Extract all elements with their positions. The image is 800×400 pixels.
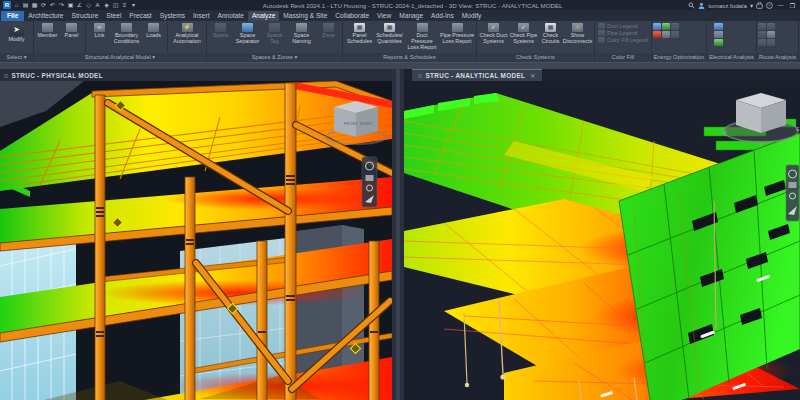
electrical-demand-icon[interactable] (714, 31, 723, 38)
space-separator-button[interactable]: Space Separator (233, 22, 262, 45)
close-view-icon[interactable]: ✕ (530, 72, 535, 79)
open-icon[interactable]: ▤ (22, 1, 29, 9)
panel-label-spaces-zones[interactable]: Spaces & Zones ▾ (207, 53, 342, 62)
tab-architecture[interactable]: Architecture (24, 11, 67, 21)
tab-insert[interactable]: Insert (189, 11, 214, 21)
link-button[interactable]: ∞ Link (88, 22, 111, 39)
space-tag-button[interactable]: Space Tag (263, 22, 286, 45)
print-icon[interactable]: ▣ (67, 1, 74, 9)
account-caret-icon[interactable]: ▾ (750, 2, 753, 9)
energy-model-icon[interactable] (662, 23, 670, 30)
home-view-icon[interactable]: ⌂ (4, 72, 9, 79)
tag-icon[interactable]: ◇ (85, 1, 92, 9)
analytical-model-tab[interactable]: ⌂ STRUC - ANALYTICAL MODEL ✕ (412, 69, 542, 82)
undo-icon[interactable]: ↶ (49, 1, 56, 9)
space-naming-button[interactable]: Space Naming (287, 22, 316, 45)
avatar-icon[interactable] (698, 2, 705, 9)
energy-settings-icon[interactable] (653, 23, 661, 30)
tab-add-ins[interactable]: Add-Ins (427, 11, 458, 21)
home-view-icon[interactable]: ⌂ (418, 72, 423, 79)
zone-button[interactable]: Zone (317, 22, 340, 39)
pan-icon[interactable] (789, 182, 797, 188)
navigation-bar-left[interactable] (362, 157, 377, 207)
analytical-model-header: ⌂ STRUC - ANALYTICAL MODEL ✕ (404, 69, 800, 81)
electrical-load-icon[interactable] (714, 23, 723, 30)
measure-icon[interactable]: ∠ (76, 1, 83, 9)
check-circuits-button[interactable]: ▦ Check Circuits (539, 22, 562, 45)
route-multi-icon[interactable] (758, 39, 766, 46)
modify-button[interactable]: ➤ Modify (2, 22, 31, 43)
viewport-divider[interactable] (392, 69, 404, 400)
space-button[interactable]: Space (209, 22, 232, 39)
search-icon[interactable] (688, 2, 695, 9)
member-icon (42, 23, 53, 32)
tab-modify[interactable]: Modify (458, 11, 485, 21)
pan-icon[interactable] (366, 175, 374, 181)
restore-button[interactable]: ❐ (788, 2, 797, 9)
loads-button[interactable]: Loads (142, 22, 165, 39)
panel-label-energy-optimization[interactable]: Energy Optimization (652, 53, 706, 62)
show-disconnects-button[interactable]: ⚠ Show Disconnects (563, 22, 592, 45)
check-pipe-systems-button[interactable]: ✓ Check Pipe Systems (509, 22, 538, 45)
tab-systems[interactable]: Systems (156, 11, 189, 21)
analytical-automation-button[interactable]: ⚡ Analytical Automation (170, 22, 204, 45)
physical-model-header[interactable]: ⌂ STRUC - PHYSICAL MODEL (0, 69, 392, 81)
sync-with-central-icon[interactable]: ⟳ (40, 1, 47, 9)
panel-label-color-fill[interactable]: Color Fill (595, 53, 651, 62)
customize-qat-icon[interactable]: ▾ (130, 1, 137, 9)
panel-label-check-systems[interactable]: Check Systems (477, 53, 594, 62)
energy-report-icon[interactable] (662, 31, 670, 38)
ribbon-bottom-strip (0, 62, 800, 69)
tab-file[interactable]: File (1, 11, 24, 21)
tab-manage[interactable]: Manage (395, 11, 427, 21)
energy-extra-icon[interactable] (671, 31, 679, 38)
tab-analyze[interactable]: Analyze (248, 11, 279, 21)
boundary-conditions-button[interactable]: Boundary Conditions (112, 22, 141, 45)
help-icon[interactable]: ? (766, 2, 773, 9)
tab-structure[interactable]: Structure (68, 11, 103, 21)
energy-tool-icon[interactable] (671, 23, 679, 30)
account-username[interactable]: tomasz.fudala (708, 2, 747, 9)
tab-view[interactable]: View (373, 11, 395, 21)
color-fill-legend-button[interactable]: Color Fill Legend (598, 37, 648, 43)
minimize-button[interactable]: — (776, 2, 785, 8)
pipe-legend-button[interactable]: Pipe Legend (598, 30, 648, 36)
panel-label-select[interactable]: Select ▾ (0, 53, 33, 62)
store-icon[interactable] (756, 2, 763, 9)
route-update-icon[interactable] (767, 23, 775, 30)
schedules-quantities-button[interactable]: ▦ Schedules/ Quantities (375, 22, 404, 45)
thin-lines-icon[interactable]: ≡ (121, 1, 128, 9)
section-icon[interactable]: ◫ (112, 1, 119, 9)
panel-label-route-analysis[interactable]: Route Analysis (757, 53, 798, 62)
tab-annotate[interactable]: Annotate (213, 11, 247, 21)
tab-precast[interactable]: Precast (125, 11, 155, 21)
route-grid-icon[interactable] (767, 39, 775, 46)
redo-icon[interactable]: ↷ (58, 1, 65, 9)
home-icon[interactable]: ⌂ (13, 1, 20, 9)
energy-analysis-icon[interactable] (653, 31, 661, 38)
member-button[interactable]: Member (36, 22, 59, 39)
path-of-travel-icon[interactable] (758, 23, 766, 30)
electrical-report-icon[interactable] (714, 39, 723, 46)
default-3d-view-icon[interactable]: ◈ (103, 1, 110, 9)
duct-pressure-loss-report-button[interactable]: Duct Pressure Loss Report (405, 22, 439, 50)
check-duct-systems-button[interactable]: ✓ Check Duct Systems (479, 22, 508, 45)
panel-button[interactable]: Panel (60, 22, 83, 39)
save-icon[interactable]: ▦ (31, 1, 38, 9)
duct-legend-button[interactable]: Duct Legend (598, 23, 648, 29)
route-settings-icon[interactable] (767, 31, 775, 38)
panel-label-electrical-analysis[interactable]: Electrical Analysis (707, 53, 756, 62)
panel-label-structural-analytical-model[interactable]: Structural Analytical Model ▾ (34, 53, 206, 62)
panel-schedules-button[interactable]: ▦ Panel Schedules (345, 22, 374, 45)
navigation-bar-right[interactable] (786, 165, 799, 221)
panel-label-reports-schedules[interactable]: Reports & Schedules (343, 53, 476, 62)
tab-collaborate[interactable]: Collaborate (331, 11, 373, 21)
tab-massing-site[interactable]: Massing & Site (279, 11, 331, 21)
route-reveal-icon[interactable] (758, 31, 766, 38)
analytical-model-canvas[interactable]: W S E (404, 81, 800, 400)
text-icon[interactable]: A (94, 1, 101, 9)
tab-steel[interactable]: Steel (102, 11, 125, 21)
physical-model-canvas[interactable]: FRONT RIGHT (0, 81, 392, 400)
pipe-pressure-loss-report-button[interactable]: Pipe Pressure Loss Report (440, 22, 474, 45)
revit-logo-icon[interactable]: R (3, 1, 11, 9)
